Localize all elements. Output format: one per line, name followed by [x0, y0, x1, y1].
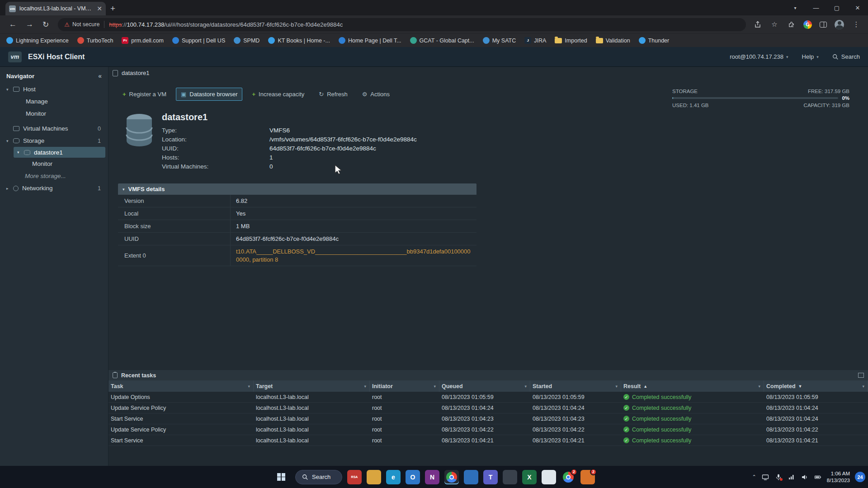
chevron-down-icon[interactable]: ▾ [6, 87, 13, 92]
taskbar-app-icon[interactable] [367, 470, 381, 484]
split-screen-icon[interactable] [820, 22, 827, 28]
sidebar-item-storage[interactable]: ▾ Storage 1 [0, 135, 108, 147]
close-button[interactable]: ✕ [847, 0, 868, 15]
chevron-down-icon[interactable]: ▾ [434, 384, 436, 389]
profile-avatar[interactable] [835, 20, 844, 29]
recent-tasks-header[interactable]: Recent tasks [108, 370, 868, 380]
taskbar-app-icon[interactable]: O [406, 470, 420, 484]
maximize-button[interactable]: ▢ [826, 0, 847, 15]
sidebar-item-manage[interactable]: Manage [0, 95, 108, 108]
bookmark-item[interactable]: Imported [555, 38, 587, 44]
sidebar-item-virtual-machines[interactable]: Virtual Machines 0 [0, 122, 108, 135]
sidebar-item-monitor[interactable]: Monitor [0, 108, 108, 120]
chevron-right-icon[interactable]: ▸ [6, 186, 13, 191]
column-header[interactable]: Target ▾ [254, 380, 370, 392]
column-header[interactable]: Completed ▼ ▾ [764, 380, 868, 392]
chevron-down-icon[interactable]: ▾ [758, 384, 760, 389]
user-menu[interactable]: root@100.74.17.238▾ [730, 53, 788, 60]
hidden-icons-chevron[interactable]: ⌃ [752, 474, 756, 480]
bookmark-item[interactable]: J JIRA [524, 37, 546, 44]
chevron-down-icon[interactable]: ▾ [248, 384, 250, 389]
display-icon[interactable] [761, 473, 769, 481]
tab-close-icon[interactable]: ✕ [97, 5, 102, 12]
sidebar-item-datastore-monitor[interactable]: Monitor [0, 158, 108, 170]
taskbar-app-icon[interactable] [464, 470, 478, 484]
chevron-down-icon[interactable]: ▾ [6, 139, 13, 143]
help-menu[interactable]: Help▾ [802, 53, 819, 60]
volume-icon[interactable] [801, 473, 809, 481]
security-warning-icon[interactable]: ⚠ [64, 21, 70, 28]
network-icon[interactable] [788, 473, 796, 481]
forward-button[interactable]: → [26, 20, 33, 29]
notification-center-badge[interactable]: 24 [855, 472, 865, 482]
collapse-sidebar-icon[interactable]: « [98, 72, 102, 80]
extent-link[interactable]: t10.ATA_____DELLBOSS_VD_________________… [231, 245, 476, 266]
bookmark-item[interactable]: Lightning Experience [6, 37, 69, 44]
taskbar-app-icon[interactable]: 2 [561, 470, 576, 484]
mic-muted-icon[interactable] [774, 473, 783, 481]
taskbar-app-icon[interactable]: 2 [580, 470, 595, 484]
minimize-button[interactable]: — [806, 0, 826, 15]
tab-search-icon[interactable]: ▾ [785, 0, 806, 15]
expand-tasks-icon[interactable] [858, 373, 864, 378]
column-header[interactable]: Started ▾ [530, 380, 621, 392]
taskbar-app-icon[interactable] [444, 470, 459, 484]
browser-menu-icon[interactable]: ⋮ [852, 20, 861, 29]
chevron-down-icon[interactable]: ▾ [17, 150, 24, 155]
taskbar-app-icon[interactable] [503, 470, 517, 484]
header-search[interactable]: Search [832, 53, 860, 60]
chevron-down-icon[interactable]: ▾ [364, 384, 366, 389]
bookmark-item[interactable]: Pr prm.dell.com [122, 37, 164, 44]
taskbar-app-icon[interactable]: N [425, 470, 439, 484]
bookmark-item[interactable]: Home Page | Dell T... [339, 37, 401, 44]
taskbar-app-icon[interactable]: e [386, 470, 401, 484]
battery-icon[interactable] [814, 473, 822, 481]
table-row[interactable]: Update Service Policy localhost.L3-lab.l… [108, 403, 868, 413]
chevron-down-icon[interactable]: ▾ [524, 384, 527, 389]
url-bar[interactable]: ⚠ Not secure https://100.74.17.238/ui/#/… [58, 18, 746, 31]
taskbar-search[interactable]: Search [295, 470, 342, 484]
back-button[interactable]: ← [9, 20, 17, 29]
taskbar-app-icon[interactable] [542, 470, 556, 484]
table-row[interactable]: Start Service localhost.L3-lab.local roo… [108, 413, 868, 424]
bookmark-item[interactable]: My SATC [483, 37, 516, 44]
new-tab-button[interactable]: + [110, 4, 115, 14]
increase-capacity-button[interactable]: + Increase capacity [247, 88, 309, 101]
taskbar-app-icon[interactable]: T [483, 470, 498, 484]
bookmark-item[interactable]: SPMD [234, 37, 259, 44]
table-row[interactable]: Update Options localhost.L3-lab.local ro… [108, 392, 868, 403]
sidebar-item-host[interactable]: ▾ Host [0, 83, 108, 95]
taskbar-app-icon[interactable]: RSA [347, 470, 362, 484]
column-header[interactable]: Initiator ▾ [370, 380, 439, 392]
share-icon[interactable] [753, 20, 762, 29]
extensions-icon[interactable] [787, 20, 796, 29]
bookmark-item[interactable]: GCAT - Global Capt... [410, 37, 474, 44]
vmfs-details-header[interactable]: ▾ VMFS details [118, 183, 476, 195]
table-row[interactable]: Start Service localhost.L3-lab.local roo… [108, 435, 868, 446]
chevron-down-icon[interactable]: ▾ [615, 384, 618, 389]
bookmark-item[interactable]: Validation [596, 38, 630, 44]
taskbar-clock[interactable]: 1:06 AM 8/13/2023 [827, 470, 850, 483]
register-vm-button[interactable]: + Register a VM [118, 88, 171, 101]
sidebar-item-datastore1[interactable]: ▾ datastore1 [14, 147, 105, 158]
column-header[interactable]: Task ▾ [108, 380, 254, 392]
start-button[interactable] [272, 468, 290, 486]
chevron-down-icon[interactable]: ▾ [862, 384, 864, 389]
google-account-icon[interactable]: G [803, 20, 812, 29]
sidebar-item-networking[interactable]: ▸ Networking 1 [0, 182, 108, 194]
refresh-button[interactable]: ↻ Refresh [314, 88, 352, 101]
bookmark-item[interactable]: Thunder [639, 37, 670, 44]
table-row[interactable]: Update Service Policy localhost.L3-lab.l… [108, 424, 868, 435]
column-header[interactable]: Result ▲ ▾ [621, 380, 764, 392]
reload-button[interactable]: ↻ [42, 20, 49, 29]
bookmark-star-icon[interactable]: ☆ [770, 20, 779, 29]
bookmark-item[interactable]: TurboTech [77, 37, 113, 44]
actions-button[interactable]: ⚙ Actions [357, 88, 395, 101]
column-header[interactable]: Queued ▾ [439, 380, 530, 392]
sidebar-item-more-storage[interactable]: More storage... [0, 170, 108, 182]
browser-tab[interactable]: vm localhost.L3-lab.local - VMware E ✕ [5, 2, 106, 15]
bookmark-item[interactable]: Support | Dell US [172, 37, 225, 44]
taskbar-app-icon[interactable]: X [522, 470, 537, 484]
bookmark-item[interactable]: KT Books | Home -... [268, 37, 330, 44]
datastore-browser-button[interactable]: ▣ Datastore browser [176, 88, 243, 101]
